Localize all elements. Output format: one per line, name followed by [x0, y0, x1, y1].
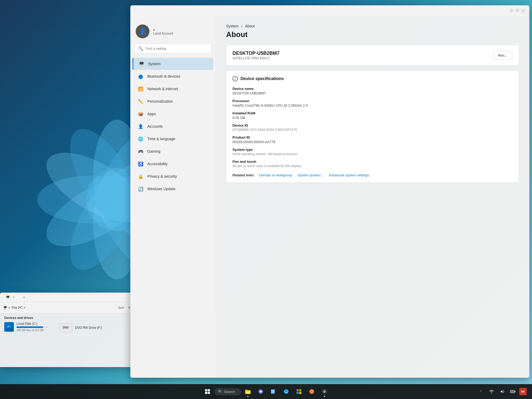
- bluetooth-icon: ⬤: [138, 73, 144, 79]
- accounts-icon: 👤: [138, 123, 144, 129]
- settings-content: System › About About DESKTOP-U5B2BM7 SAT…: [215, 16, 529, 378]
- nav-label-privacy: Privacy & security: [147, 174, 177, 178]
- monitor-icon: 🖥️: [6, 296, 10, 299]
- drive-icon-c: [4, 322, 14, 332]
- info-icon: i: [232, 76, 238, 81]
- maximize-button[interactable]: [516, 9, 519, 13]
- svg-rect-18: [205, 392, 207, 394]
- taskbar-icon-firefox[interactable]: [306, 386, 318, 397]
- fe-tabs: 🖥️ × +: [3, 294, 135, 301]
- svg-rect-12: [6, 325, 12, 329]
- nav-item-windows-update[interactable]: 🔄 Windows Update: [132, 183, 213, 195]
- fe-tab-1[interactable]: 🖥️ ×: [3, 294, 18, 301]
- spec-processor: Processor Intel(R) Core(TM) i3-6006U CPU…: [232, 99, 512, 107]
- svg-rect-15: [7, 327, 9, 327]
- nav-item-system[interactable]: 🖥️ System: [132, 58, 213, 70]
- svg-rect-16: [205, 389, 207, 391]
- fe-navigation: 🖥️ > This PC >: [3, 306, 26, 310]
- nav-label-accounts: Accounts: [147, 124, 163, 128]
- minimize-button[interactable]: [510, 9, 513, 13]
- dvd-drive-label: DVD RW Drive (F:): [75, 326, 102, 330]
- nav-item-accounts[interactable]: 👤 Accounts: [132, 120, 213, 132]
- nav-item-bluetooth[interactable]: ⬤ Bluetooth & devices: [132, 70, 213, 82]
- svg-rect-43: [511, 390, 514, 393]
- taskbar-icon-files[interactable]: [268, 386, 279, 397]
- svg-rect-14: [7, 326, 10, 326]
- user-type-label: Local Account: [153, 32, 173, 35]
- breadcrumb-chevron: >: [24, 306, 26, 310]
- settings-body: 👤 x Local Account 🔍 🖥️ System: [130, 16, 529, 378]
- taskbar-icon-store[interactable]: [293, 386, 305, 397]
- device-name-info: DESKTOP-U5B2BM7 SATELLITE PRO R50-C: [232, 51, 280, 60]
- tray-wifi-icon[interactable]: [487, 387, 496, 396]
- username-label: x: [153, 28, 173, 32]
- settings-search-input[interactable]: [146, 47, 208, 51]
- nav-item-accessibility[interactable]: ♿ Accessibility: [132, 158, 213, 170]
- taskbar-icon-edge[interactable]: [280, 386, 292, 397]
- nav-item-privacy[interactable]: 🔒 Privacy & security: [132, 170, 213, 182]
- this-pc-label[interactable]: This PC: [11, 306, 23, 310]
- svg-rect-13: [7, 329, 11, 329]
- desktop: 🖥️ × + 🖥️ > This PC > Sort View Devices …: [0, 0, 532, 399]
- settings-search-box[interactable]: 🔍: [135, 44, 211, 53]
- nav-label-system: System: [148, 62, 161, 66]
- time-icon: 🌐: [138, 136, 144, 142]
- spec-device-id: Device ID D7DBB889-1974-4S64-9C99-C36574…: [232, 123, 512, 132]
- nav-label-apps: Apps: [147, 112, 156, 116]
- system-icon: 🖥️: [139, 61, 144, 67]
- taskbar-icon-file-explorer[interactable]: [242, 386, 254, 397]
- sort-button[interactable]: Sort: [118, 306, 124, 310]
- dvd-icon: DVD: [59, 323, 72, 332]
- nav-item-time[interactable]: 🌐 Time & language: [132, 133, 213, 145]
- start-button[interactable]: [202, 386, 213, 397]
- related-link-system-protect[interactable]: System protect...: [297, 173, 323, 177]
- nav-label-windows-update: Windows Update: [147, 187, 176, 191]
- spec-value-product-id: 00329-00000-00003-AA779: [232, 140, 512, 144]
- taskbar-search[interactable]: 🔍 Search: [214, 388, 241, 395]
- network-icon: 📶: [138, 86, 144, 92]
- spec-label-device-id: Device ID: [232, 123, 512, 127]
- svg-rect-32: [297, 389, 299, 391]
- taskbar-icon-settings[interactable]: [319, 386, 330, 397]
- svg-rect-29: [273, 392, 274, 393]
- taskbar-icons: 🔍 Search 💬: [202, 386, 330, 397]
- spec-value-processor: Intel(R) Core(TM) i3-6006U CPU @ 2.00GHz…: [232, 103, 512, 107]
- breadcrumb: System › About: [226, 24, 519, 28]
- related-link-advanced-settings[interactable]: Advanced system settings: [329, 173, 369, 177]
- nav-item-apps[interactable]: 📦 Apps: [132, 108, 213, 120]
- related-links: Related links Domain or workgroup System…: [232, 173, 512, 177]
- settings-window: 👤 x Local Account 🔍 🖥️ System: [130, 5, 529, 378]
- drive-name-c: Local Disk (C:): [16, 322, 48, 326]
- dvd-drive[interactable]: DVD DVD RW Drive (F:): [59, 323, 102, 332]
- fe-close-tab[interactable]: ×: [11, 295, 16, 300]
- spec-value-pen-touch: No pen or touch input is available for t…: [232, 164, 512, 168]
- svg-rect-28: [273, 391, 274, 392]
- local-disk-drive[interactable]: Local Disk (C:) 185 GB free of 222 GB: [4, 322, 48, 332]
- svg-rect-19: [208, 392, 210, 394]
- spec-value-system-type: 64-bit operating system, x64-based proce…: [232, 152, 512, 156]
- close-button[interactable]: [521, 9, 525, 13]
- nav-label-personalization: Personalization: [147, 99, 173, 103]
- taskbar-icon-chat[interactable]: 💬: [255, 386, 267, 397]
- specs-title: Device specifications: [240, 76, 284, 81]
- tray-chevron-icon[interactable]: ^: [477, 387, 485, 396]
- svg-point-39: [324, 391, 325, 392]
- spec-label-device-name: Device name: [232, 87, 512, 91]
- related-link-domain[interactable]: Domain or workgroup: [259, 173, 292, 177]
- tray-volume-icon[interactable]: [498, 387, 506, 396]
- nav-item-gaming[interactable]: 🎮 Gaming: [132, 145, 213, 157]
- rename-button[interactable]: Ren...: [493, 51, 512, 60]
- tray-badge-64[interactable]: 64: [519, 388, 527, 395]
- specs-header: i Device specifications: [232, 76, 512, 81]
- nav-item-network[interactable]: 📶 Network & internet: [132, 83, 213, 95]
- fe-new-tab[interactable]: +: [20, 294, 28, 300]
- nav-label-time: Time & language: [147, 137, 175, 141]
- settings-titlebar: [130, 5, 529, 16]
- breadcrumb-separator: ›: [241, 24, 244, 28]
- spec-value-ram: 8.00 GB: [232, 116, 512, 120]
- gaming-icon: 🎮: [138, 148, 144, 154]
- svg-rect-33: [299, 389, 301, 391]
- tray-battery-icon[interactable]: [509, 387, 517, 396]
- user-info: x Local Account: [153, 28, 173, 35]
- nav-item-personalization[interactable]: ✏️ Personalization: [132, 95, 213, 107]
